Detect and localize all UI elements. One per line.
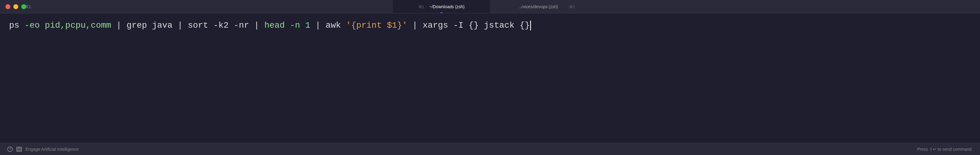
cmd-sort: sort -k2 -nr [188, 19, 249, 31]
cmd-awk-pattern: '{print $1}' [341, 19, 407, 31]
cmd-pipe-5: | [407, 19, 423, 31]
bottom-left: ? Engage Artificial Intelligence [7, 147, 79, 152]
traffic-lights [0, 4, 26, 9]
title-bar: ⌘1 ⌘1 ~/Downloads (zsh) ..rvices/devops … [0, 0, 980, 13]
command-line: ps -eo pid,pcpu,comm | grep java | sort … [9, 19, 971, 31]
tab2-title: ..rvices/devops (zsh) [519, 4, 558, 9]
cmd-ps: ps [9, 19, 19, 31]
cmd-grep: grep java [126, 19, 172, 31]
cmd-head-args: -n 1 [285, 19, 310, 31]
tab2-shortcut: ⌘2 [569, 5, 575, 9]
title-bar-divider [0, 13, 980, 13]
tab1-title: ~/Downloads (zsh) [429, 4, 465, 9]
cmd-pipe-3: | [249, 19, 264, 31]
ai-icon[interactable] [16, 147, 22, 152]
cmd-xargs: xargs -I {} jstack {} [423, 19, 530, 31]
terminal-area: ps -eo pid,pcpu,comm | grep java | sort … [0, 13, 980, 143]
cmd-head: head [264, 19, 285, 31]
terminal-cursor [530, 21, 531, 30]
send-hint: Press ⇧↵ to send command. [917, 147, 973, 152]
left-shortcut: ⌘1 [24, 4, 31, 9]
cmd-awk: awk [326, 19, 341, 31]
cmd-ps-args: -eo pid,pcpu,comm [19, 19, 111, 31]
tabs-container: ⌘1 ~/Downloads (zsh) ..rvices/devops (zs… [0, 0, 980, 13]
tab1-shortcut: ⌘1 [418, 5, 425, 9]
cmd-pipe-2: | [173, 19, 188, 31]
close-button[interactable] [5, 4, 10, 9]
tab-downloads[interactable]: ⌘1 ~/Downloads (zsh) [393, 0, 490, 13]
cmd-pipe-4: | [310, 19, 325, 31]
tab-devops[interactable]: ..rvices/devops (zsh) ⌘2 [490, 0, 587, 13]
engage-ai-label[interactable]: Engage Artificial Intelligence [25, 147, 79, 152]
cmd-pipe-1: | [111, 19, 126, 31]
minimize-button[interactable] [13, 4, 18, 9]
bottom-bar: ? Engage Artificial Intelligence Press ⇧… [0, 143, 980, 155]
help-icon[interactable]: ? [7, 147, 13, 152]
